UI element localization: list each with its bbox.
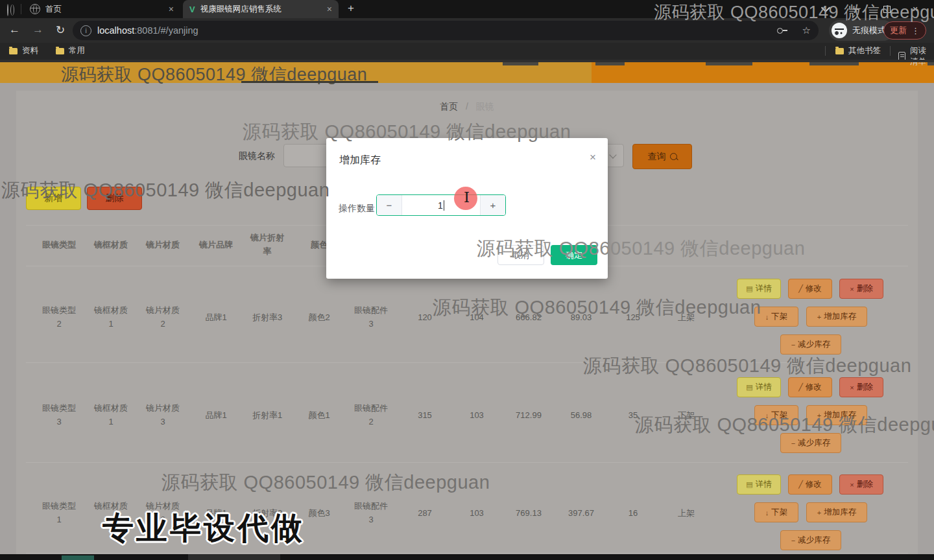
button-label: 减少库存 <box>798 535 830 546</box>
button-label: 删除 <box>857 283 873 294</box>
detail-icon: ▤ <box>746 285 752 293</box>
table-cell: 16 <box>629 506 638 520</box>
info-icon[interactable]: i <box>80 25 91 36</box>
back-button[interactable]: ← <box>9 23 20 36</box>
column-header: 镜片品牌 <box>199 238 233 251</box>
divider <box>0 60 934 62</box>
edit-button[interactable]: ╱修改 <box>788 377 832 397</box>
close-tab-icon[interactable]: × <box>327 4 332 14</box>
table-cell: 折射率3 <box>252 310 282 324</box>
table-cell: 眼镜配件 3 <box>354 499 388 526</box>
edit-button[interactable]: ╱修改 <box>788 279 832 299</box>
other-bookmarks[interactable]: 其他书签 <box>835 45 881 56</box>
divider <box>825 46 826 56</box>
update-button[interactable]: 更新 ⋮ <box>883 21 926 40</box>
button-label: 详情 <box>756 382 772 393</box>
folder-icon <box>835 48 844 54</box>
watermark-text: 源码获取 QQ86050149 微信deepguan <box>433 295 761 321</box>
chevron-down-icon <box>609 151 616 158</box>
delete-button[interactable]: ×删除 <box>839 474 883 495</box>
detail-icon: ▤ <box>746 480 752 489</box>
nav-item-clipped[interactable] <box>809 62 859 65</box>
button-label: 增加库存 <box>824 311 856 322</box>
nav-item-clipped[interactable] <box>503 62 538 65</box>
stock-button[interactable]: −减少库存 <box>780 530 841 550</box>
vue-logo-icon: V <box>189 5 195 14</box>
dialog-title: 增加库存 <box>339 154 381 167</box>
stepper-plus-button[interactable]: + <box>480 195 505 215</box>
add-stock-icon: + <box>817 509 821 517</box>
table-cell: 折射率1 <box>252 408 282 422</box>
edit-button[interactable]: ╱修改 <box>788 474 832 495</box>
breadcrumb-home[interactable]: 首页 <box>440 101 458 111</box>
bookmark-folder-changyong[interactable]: 常用 <box>56 45 85 56</box>
delete-icon: × <box>850 481 854 489</box>
edit-icon: ╱ <box>798 285 803 293</box>
detail-button[interactable]: ▤详情 <box>737 377 781 397</box>
button-label: 下架 <box>771 507 787 518</box>
dialog-close-icon[interactable]: × <box>590 151 596 164</box>
watermark-text: 源码获取 QQ86050149 微信deepguan <box>162 470 490 496</box>
stock-button[interactable]: +增加库存 <box>806 502 867 522</box>
button-label: 下架 <box>771 311 787 322</box>
stepper-minus-button[interactable]: − <box>377 195 402 215</box>
button-label: 减少库存 <box>798 438 830 449</box>
reload-button[interactable]: ↻ <box>56 23 65 37</box>
nav-item-clipped[interactable] <box>595 62 625 65</box>
column-header: 镜框材质 <box>94 238 128 251</box>
table-cell: 眼镜配件 2 <box>354 401 388 428</box>
tab-home[interactable]: 首页 × <box>23 0 180 18</box>
table-cell: 眼镜类型 2 <box>42 303 76 331</box>
search-icon <box>670 153 677 160</box>
window-app-icon <box>7 4 8 16</box>
stock-button[interactable]: −减少库存 <box>780 334 841 355</box>
watermark-underline <box>241 81 378 83</box>
detail-button[interactable]: ▤详情 <box>737 474 781 495</box>
bookmark-star-icon[interactable]: ☆ <box>802 25 811 36</box>
table-cell: 颜色3 <box>308 506 329 520</box>
bookmark-folder-ziliao[interactable]: 资料 <box>9 45 38 56</box>
search-label: 眼镜名称 <box>239 150 275 162</box>
new-tab-button[interactable]: + <box>348 2 354 15</box>
password-key-icon[interactable] <box>777 28 787 33</box>
stock-button[interactable]: +增加库存 <box>806 307 867 327</box>
table-cell: 颜色2 <box>308 310 329 324</box>
delete-button[interactable]: ×删除 <box>839 279 883 299</box>
table-cell: 120 <box>418 310 432 324</box>
divider <box>890 46 891 56</box>
button-label: 删除 <box>857 382 873 393</box>
cursor-highlight: I <box>454 187 477 210</box>
text-caret <box>444 200 444 211</box>
column-header: 镜片材质 <box>146 238 180 251</box>
nav-item-clipped[interactable] <box>706 62 752 65</box>
bookmarks-bar: 资料 常用 其他书签 阅读清单 <box>0 43 934 60</box>
query-button[interactable]: 查询 <box>632 144 692 169</box>
ibeam-cursor-icon: I <box>464 189 470 205</box>
breadcrumb-current: 眼镜 <box>476 101 494 111</box>
taskbar-item <box>62 555 94 560</box>
quantity-label: 操作数量 <box>339 203 375 215</box>
delete-button[interactable]: ×删除 <box>839 377 883 397</box>
detail-icon: ▤ <box>746 383 752 391</box>
column-header: 颜色 <box>311 238 328 251</box>
stock-button[interactable]: ↓下架 <box>754 502 798 522</box>
folder-icon <box>9 48 18 54</box>
button-label: 修改 <box>806 283 822 294</box>
watermark-text: 源码获取 QQ86050149 微信deepguan <box>635 412 934 438</box>
button-label: 修改 <box>806 382 822 393</box>
button-label: 详情 <box>756 283 772 294</box>
close-tab-icon[interactable]: × <box>169 4 174 14</box>
table-cell: 56.98 <box>571 408 592 422</box>
reading-list[interactable]: 阅读清单 <box>898 45 934 67</box>
breadcrumb: 首页 / 眼镜 <box>440 101 494 113</box>
tab-glasses-system[interactable]: V 视康眼镜网店销售系统 × <box>183 0 339 18</box>
button-label: 减少库存 <box>798 339 830 350</box>
watermark-text: 源码获取 QQ86050149 微信deepguan <box>583 353 911 379</box>
table-cell: 315 <box>418 408 432 422</box>
column-header: 镜片折射 率 <box>250 231 284 258</box>
table-cell: 712.99 <box>516 408 542 422</box>
delete-icon: × <box>850 384 854 391</box>
menu-dots-icon[interactable]: ⋮ <box>911 26 920 36</box>
table-cell: 品牌1 <box>205 310 226 324</box>
forward-button[interactable]: → <box>32 23 43 36</box>
